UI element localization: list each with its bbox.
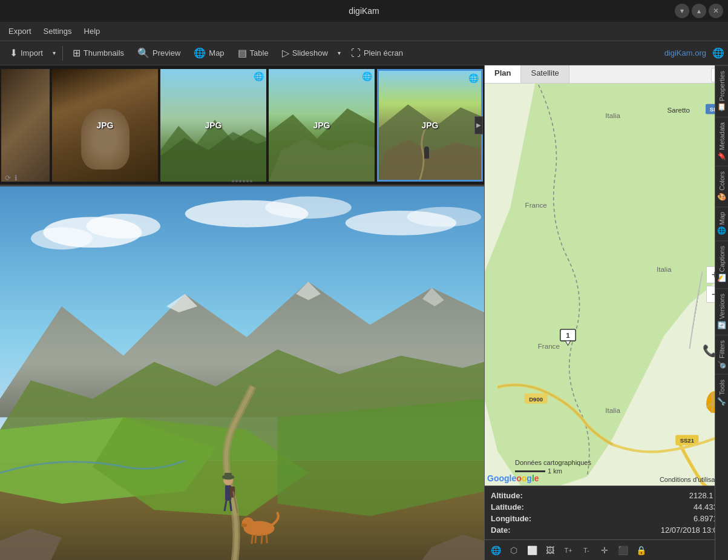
import-icon: ⬇ — [10, 47, 18, 59]
gps-longitude-row: Longitude: 6.89715 — [491, 513, 722, 524]
plein-ecran-button[interactable]: ⛶ Plein écran — [345, 45, 409, 61]
longitude-label: Longitude: — [491, 514, 531, 523]
latitude-label: Latitude: — [491, 502, 524, 512]
website-globe-icon: 🌐 — [712, 47, 724, 59]
sidebar-item-colors[interactable]: 🎨 Colors — [715, 166, 728, 206]
svg-line-29 — [230, 501, 231, 511]
svg-text:Italia: Italia — [657, 265, 672, 273]
gps-altitude-row: Altitude: 2128.1 m — [491, 490, 722, 501]
app-title: digiKam — [349, 6, 379, 16]
website-link[interactable]: digiKam.org — [664, 48, 706, 58]
table-button[interactable]: ▤ Table — [232, 45, 275, 61]
thumb-sync-icon[interactable]: ⟳ — [5, 174, 11, 182]
sidebar-item-metadata[interactable]: 🔖 Metadata — [715, 117, 728, 166]
sidebar-item-properties[interactable]: 📋 Properties — [715, 65, 728, 117]
thumbnail-item[interactable] — [1, 69, 50, 182]
map-sidebar-icon: 🌐 — [718, 226, 726, 236]
thumbnail-item[interactable]: 🌐 JPG — [160, 69, 266, 182]
gps-image-button[interactable]: 🖼 — [542, 542, 559, 559]
menubar: Export Settings Help — [0, 22, 728, 41]
thumb-scroll-indicator — [232, 180, 252, 182]
date-value: 12/07/2018 13:02 — [661, 525, 722, 535]
svg-point-32 — [241, 517, 254, 529]
svg-text:Italia: Italia — [605, 111, 620, 119]
thumbnails-icon: ⊞ — [73, 47, 80, 59]
map-tab-satellite[interactable]: Satellite — [521, 65, 569, 83]
gps-date-row: Date: 12/07/2018 13:02 — [491, 524, 722, 536]
toolbar: ⬇ Import ▾ ⊞ Thumbnails 🔍 Preview 🌐 Map … — [0, 41, 728, 65]
map-google-logo: Googleoogle — [487, 473, 539, 483]
table-icon: ▤ — [238, 47, 247, 59]
map-button[interactable]: 🌐 Map — [188, 45, 230, 61]
captions-icon: 📝 — [718, 274, 726, 283]
slideshow-button[interactable]: ▷ Slideshow — [276, 45, 334, 61]
map-area[interactable]: Plan Satellite ⛶ — [485, 65, 728, 486]
menu-settings[interactable]: Settings — [38, 24, 78, 38]
left-panel: JPG 🌐 JPG 🌐 JPG — [0, 65, 485, 560]
metadata-icon: 🔖 — [718, 152, 726, 161]
thumbnail-strip[interactable]: JPG 🌐 JPG 🌐 JPG — [0, 65, 484, 186]
slideshow-dropdown-button[interactable]: ▾ — [335, 45, 344, 62]
svg-rect-26 — [225, 473, 232, 478]
svg-text:1: 1 — [566, 331, 570, 339]
preview-button[interactable]: 🔍 Preview — [131, 45, 186, 61]
sidebar-item-filters[interactable]: 🔍 Filters — [715, 335, 728, 374]
window-close-button[interactable]: ✕ — [709, 4, 723, 18]
sidebar-item-map[interactable]: 🌐 Map — [715, 206, 728, 240]
altitude-label: Altitude: — [491, 491, 523, 500]
gps-latitude-row: Latitude: 44.4339 — [491, 501, 722, 513]
gps-fill-button[interactable]: ⬛ — [614, 542, 631, 559]
menu-help[interactable]: Help — [78, 24, 107, 38]
gps-toolbar: 🌐 ⬡ ⬜ 🖼 T+ T- ✛ ⬛ 🔒 — [485, 539, 728, 560]
menu-export[interactable]: Export — [2, 24, 38, 38]
map-scale-bar: Données cartographiques 1 km — [515, 459, 591, 475]
svg-line-37 — [266, 535, 267, 543]
thumb-info-icon[interactable]: ℹ — [15, 174, 18, 182]
svg-point-8 — [87, 214, 160, 239]
versions-icon: 🔄 — [718, 321, 726, 330]
right-panel: Plan Satellite ⛶ — [485, 65, 728, 560]
toolbar-sep-1 — [62, 46, 63, 61]
gps-hex-button[interactable]: ⬡ — [505, 542, 522, 559]
thumb-geo-icon: 🌐 — [468, 73, 479, 83]
thumb-strip-forward-button[interactable]: ▶ — [474, 116, 483, 134]
map-tab-plan[interactable]: Plan — [485, 65, 521, 83]
gps-text-plus-button[interactable]: T+ — [560, 542, 577, 559]
tools-icon: 🔧 — [718, 397, 726, 406]
gps-lock-button[interactable]: 🔒 — [632, 542, 649, 559]
map-svg: Italia France Italia France Italia D900 … — [485, 84, 728, 486]
sidebar-item-tools[interactable]: 🔧 Tools — [715, 374, 728, 411]
thumbnail-item-selected[interactable]: 🌐 JPG — [377, 69, 483, 182]
properties-icon: 📋 — [718, 103, 726, 112]
gps-globe-button[interactable]: 🌐 — [487, 542, 504, 559]
svg-text:France: France — [525, 201, 547, 209]
import-button[interactable]: ⬇ Import — [4, 45, 49, 61]
date-label: Date: — [491, 525, 511, 535]
thumb-geo-icon: 🌐 — [254, 71, 264, 81]
gps-square-button[interactable]: ⬜ — [523, 542, 540, 559]
import-dropdown-button[interactable]: ▾ — [50, 45, 59, 62]
window-minimize-button[interactable]: ▾ — [675, 4, 689, 18]
svg-line-35 — [261, 535, 262, 544]
svg-line-36 — [255, 535, 256, 543]
colors-icon: 🎨 — [718, 193, 726, 202]
thumb-geo-icon: 🌐 — [362, 71, 372, 81]
gps-crosshair-button[interactable]: ✛ — [596, 542, 613, 559]
slideshow-icon: ▷ — [282, 47, 289, 59]
window-maximize-button[interactable]: ▴ — [692, 4, 706, 18]
thumbnails-button[interactable]: ⊞ Thumbnails — [67, 45, 130, 61]
right-sidebar: 📋 Properties 🔖 Metadata 🎨 Colors 🌐 Map 📝… — [715, 65, 728, 560]
gps-text-minus-button[interactable]: T- — [578, 542, 595, 559]
thumbnail-item[interactable]: JPG — [52, 69, 158, 182]
plein-ecran-icon: ⛶ — [351, 48, 361, 59]
svg-text:D900: D900 — [529, 396, 543, 403]
svg-line-34 — [252, 535, 253, 544]
svg-line-62 — [712, 407, 712, 413]
svg-text:Italia: Italia — [605, 406, 620, 414]
sidebar-item-versions[interactable]: 🔄 Versions — [715, 288, 728, 335]
main-area: JPG 🌐 JPG 🌐 JPG — [0, 65, 728, 560]
map-tabs: Plan Satellite — [485, 65, 728, 84]
svg-text:Saretto: Saretto — [667, 106, 690, 114]
sidebar-item-captions[interactable]: 📝 Captions — [715, 240, 728, 288]
thumbnail-item[interactable]: 🌐 JPG — [269, 69, 375, 182]
